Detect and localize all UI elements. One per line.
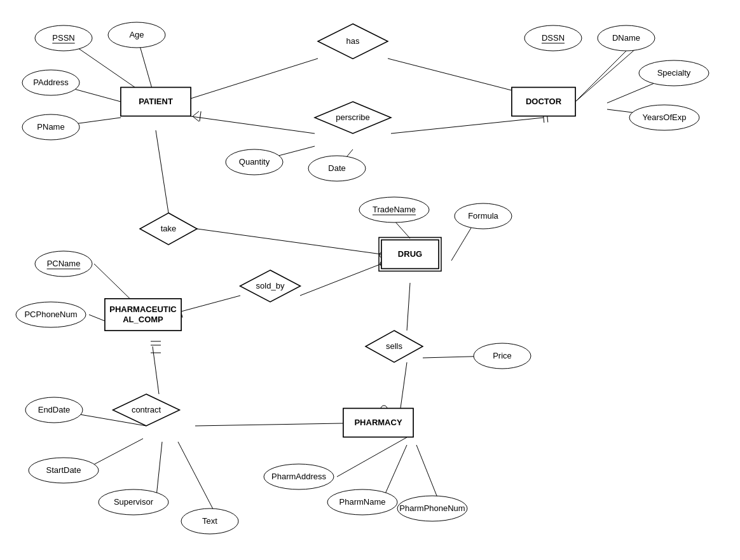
er-diagram [0, 0, 740, 560]
